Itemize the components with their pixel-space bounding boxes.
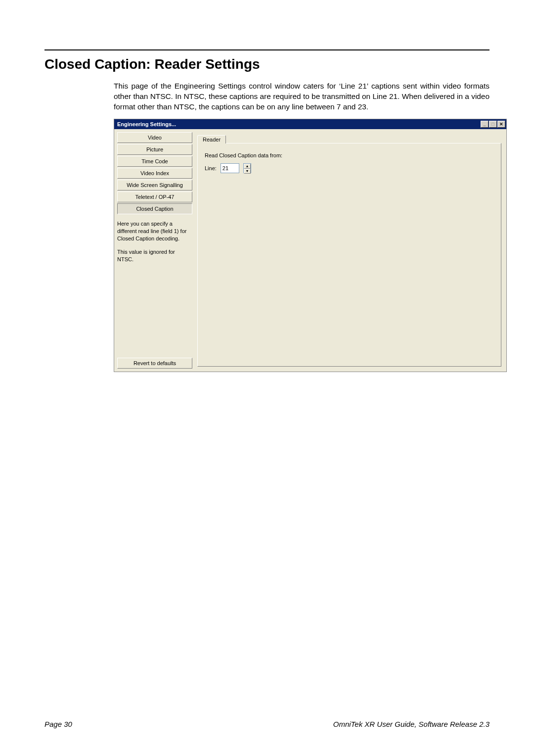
footer-guide-title: OmniTek XR User Guide, Software Release …: [333, 720, 490, 728]
footer-page-number: Page 30: [44, 720, 72, 728]
dialog-content: Reader Read Closed Caption data from: Li…: [195, 132, 503, 369]
revert-to-defaults-button[interactable]: Revert to defaults: [117, 358, 192, 369]
sidebar-item-teletext[interactable]: Teletext / OP-47: [117, 191, 192, 202]
dialog-titlebar: Engineering Settings... _ □ ✕: [114, 119, 506, 129]
line-spinner: ▲ ▼: [243, 163, 251, 173]
page-heading: Closed Caption: Reader Settings: [44, 56, 490, 72]
spin-down-button[interactable]: ▼: [244, 169, 251, 174]
top-rule: [44, 49, 490, 50]
spin-up-button[interactable]: ▲: [244, 164, 251, 169]
intro-paragraph: This page of the Engineering Settings co…: [114, 81, 490, 112]
dialog-title: Engineering Settings...: [117, 121, 176, 127]
window-controls: _ □ ✕: [481, 121, 505, 128]
tab-panel-reader: Read Closed Caption data from: Line: ▲ ▼: [197, 143, 501, 367]
sidebar-item-video[interactable]: Video: [117, 132, 192, 143]
engineering-settings-dialog: Engineering Settings... _ □ ✕ Video Pict…: [114, 119, 507, 372]
close-button[interactable]: ✕: [497, 121, 505, 128]
sidebar-hint-1: Here you can specify a different read li…: [117, 220, 192, 242]
maximize-button: □: [489, 121, 497, 128]
sidebar-item-widescreen[interactable]: Wide Screen Signalling: [117, 180, 192, 190]
page-footer: Page 30 OmniTek XR User Guide, Software …: [44, 720, 490, 728]
sidebar-item-picture[interactable]: Picture: [117, 144, 192, 155]
sidebar-item-timecode[interactable]: Time Code: [117, 156, 192, 167]
sidebar-item-closedcaption[interactable]: Closed Caption: [117, 203, 192, 214]
minimize-button[interactable]: _: [481, 121, 489, 128]
tab-reader[interactable]: Reader: [197, 135, 226, 143]
sidebar-hint-2: This value is ignored for NTSC.: [117, 248, 192, 263]
line-label: Line:: [205, 165, 217, 171]
sidebar: Video Picture Time Code Video Index Wide…: [117, 132, 195, 369]
read-caption-label: Read Closed Caption data from:: [205, 152, 494, 158]
sidebar-item-videoindex[interactable]: Video Index: [117, 168, 192, 179]
line-input[interactable]: [221, 163, 239, 173]
